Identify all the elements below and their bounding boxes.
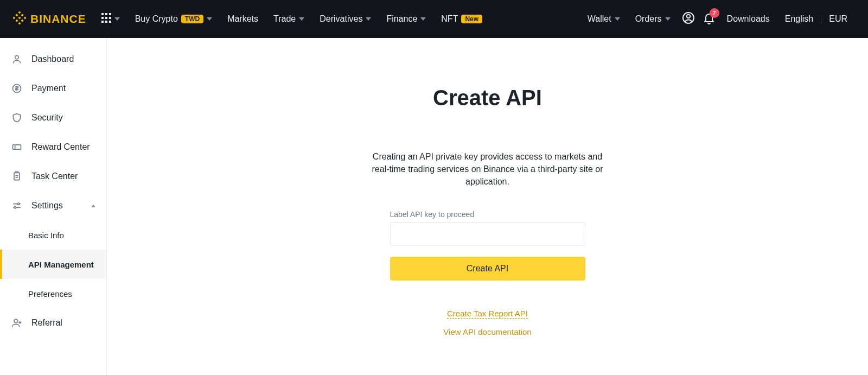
chevron-up-icon (91, 205, 95, 207)
nav-wallet[interactable]: Wallet (580, 14, 628, 24)
top-nav: BINANCE Buy Crypto TWD Markets Trade Der… (0, 0, 868, 38)
sidebar-item-label: Security (31, 113, 63, 123)
page-title: Create API (433, 86, 542, 110)
chevron-down-icon (665, 17, 671, 21)
sidebar-item-dashboard[interactable]: Dashboard (0, 45, 106, 74)
svg-rect-15 (101, 21, 104, 23)
sidebar-sub-basic-info[interactable]: Basic Info (0, 220, 106, 250)
svg-rect-14 (109, 17, 111, 19)
svg-point-25 (14, 207, 16, 208)
separator (821, 15, 821, 23)
sidebar-item-label: Dashboard (31, 54, 74, 64)
nav-label: Buy Crypto (135, 14, 178, 24)
clipboard-icon (11, 171, 23, 182)
svg-rect-23 (14, 173, 20, 180)
nav-downloads[interactable]: Downloads (719, 14, 777, 24)
sidebar-item-referral[interactable]: Referral (0, 308, 106, 338)
svg-rect-13 (105, 17, 107, 19)
nav-orders[interactable]: Orders (628, 14, 678, 24)
currency-selector[interactable]: EUR (827, 14, 855, 24)
sidebar-item-security[interactable]: Security (0, 103, 106, 132)
nav-label: NFT (441, 14, 458, 24)
chevron-down-icon (114, 17, 120, 21)
svg-rect-12 (101, 17, 104, 19)
dollar-circle-icon (11, 83, 23, 94)
sidebar-item-settings[interactable]: Settings (0, 191, 106, 220)
sidebar-item-label: Payment (31, 84, 66, 93)
svg-rect-4 (18, 16, 21, 19)
svg-rect-8 (21, 20, 24, 22)
chevron-down-icon (207, 17, 212, 21)
ticket-icon (11, 142, 23, 152)
svg-rect-9 (101, 13, 104, 15)
user-icon (11, 54, 23, 65)
sidebar-item-payment[interactable]: Payment (0, 74, 106, 103)
nav-nft[interactable]: NFT New (433, 14, 490, 24)
svg-rect-11 (109, 13, 111, 15)
chevron-down-icon (299, 17, 304, 21)
account-menu[interactable] (678, 11, 699, 27)
nav-label: Markets (227, 14, 258, 24)
language-selector[interactable]: English (777, 14, 815, 24)
svg-point-19 (686, 15, 690, 18)
nav-label: Finance (386, 14, 417, 24)
nav-buy-crypto[interactable]: Buy Crypto TWD (127, 14, 220, 24)
svg-rect-22 (13, 145, 21, 149)
user-circle-icon (682, 11, 695, 27)
nav-finance[interactable]: Finance (379, 14, 433, 24)
svg-point-20 (15, 55, 19, 59)
sidebar-sub-preferences[interactable]: Preferences (0, 279, 106, 308)
sidebar-item-label: API Management (28, 260, 94, 269)
sidebar-item-label: Reward Center (31, 142, 90, 152)
currency-badge: TWD (181, 15, 203, 23)
logo-text: BINANCE (30, 12, 86, 26)
nav-trade[interactable]: Trade (266, 14, 312, 24)
svg-rect-6 (21, 14, 24, 16)
svg-rect-2 (13, 16, 15, 19)
sidebar-item-label: Referral (31, 318, 62, 328)
svg-rect-16 (105, 21, 107, 23)
binance-logo-icon (13, 11, 26, 27)
create-api-button[interactable]: Create API (390, 257, 585, 281)
sidebar: Dashboard Payment Security Reward Center (0, 38, 107, 375)
nav-label: Wallet (588, 14, 611, 24)
nav-label: Downloads (727, 14, 770, 24)
svg-rect-10 (105, 13, 107, 15)
svg-point-26 (14, 319, 18, 323)
sidebar-item-label: Basic Info (28, 231, 64, 240)
svg-rect-3 (24, 16, 26, 19)
sidebar-item-label: Task Center (31, 171, 78, 181)
nav-derivatives[interactable]: Derivatives (312, 14, 379, 24)
notification-count-badge: 7 (710, 8, 719, 18)
view-api-docs-link[interactable]: View API documentation (443, 327, 531, 336)
sidebar-item-label: Settings (31, 201, 63, 211)
binance-logo[interactable]: BINANCE (13, 11, 86, 27)
sidebar-item-reward-center[interactable]: Reward Center (0, 132, 106, 162)
apps-grid-icon (101, 13, 111, 25)
nav-label: English (785, 14, 813, 24)
sidebar-item-task-center[interactable]: Task Center (0, 162, 106, 191)
chevron-down-icon (615, 17, 620, 21)
main-content: Create API Creating an API private key p… (107, 38, 868, 375)
sliders-icon (11, 200, 23, 211)
nav-label: Trade (273, 14, 296, 24)
svg-point-24 (18, 203, 20, 205)
create-api-form: Label API key to proceed Create API Crea… (390, 210, 585, 337)
input-label: Label API key to proceed (390, 210, 585, 219)
svg-rect-7 (15, 20, 18, 22)
page-description: Creating an API private key provides acc… (368, 150, 607, 188)
shield-icon (11, 112, 23, 123)
svg-rect-5 (15, 14, 18, 16)
nav-markets[interactable]: Markets (220, 14, 266, 24)
nav-label: Derivatives (320, 14, 362, 24)
apps-menu[interactable] (94, 13, 127, 25)
sidebar-item-label: Preferences (28, 289, 72, 298)
create-tax-report-link[interactable]: Create Tax Report API (447, 309, 528, 319)
chevron-down-icon (366, 17, 371, 21)
sidebar-sub-api-management[interactable]: API Management (0, 250, 106, 279)
chevron-down-icon (420, 17, 426, 21)
nav-label: EUR (829, 14, 847, 24)
notifications-button[interactable]: 7 (699, 11, 719, 27)
svg-rect-17 (109, 21, 111, 23)
api-label-input[interactable] (390, 222, 585, 246)
